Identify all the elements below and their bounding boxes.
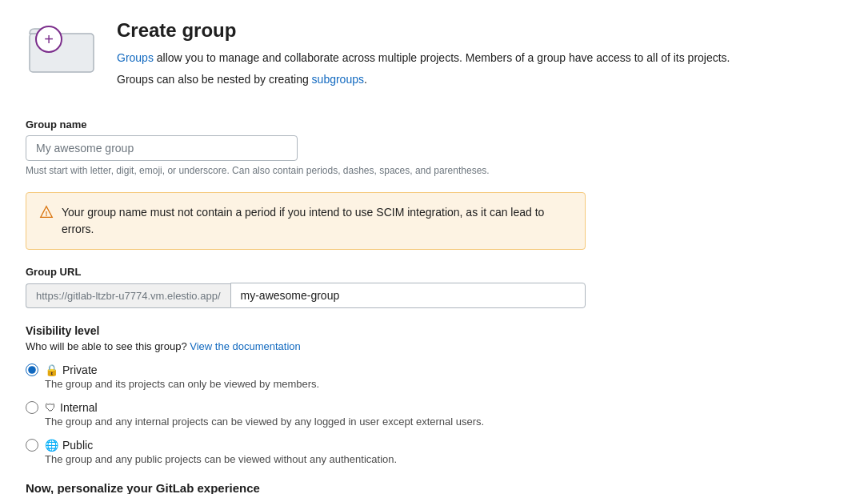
group-url-section: Group URL https://gitlab-ltzbr-u7774.vm.… [26, 266, 586, 308]
radio-label-internal-text: Internal [60, 401, 98, 414]
group-name-label: Group name [26, 118, 586, 131]
radio-option-private: 🔒 Private The group and its projects can… [26, 363, 586, 390]
visibility-subtitle: Who will be able to see this group? View… [26, 340, 586, 352]
radio-public[interactable] [26, 439, 38, 452]
radio-option-internal: 🛡 Internal The group and any internal pr… [26, 401, 586, 428]
url-prefix: https://gitlab-ltzbr-u7774.vm.elestio.ap… [26, 283, 230, 308]
radio-label-public: 🌐 Public [45, 439, 93, 452]
visibility-section: Visibility level Who will be able to see… [26, 324, 586, 465]
section-bottom-title: Now, personalize your GitLab experience [26, 481, 586, 494]
radio-private[interactable] [26, 363, 38, 376]
group-name-input[interactable] [26, 135, 298, 161]
radio-row-public: 🌐 Public [26, 439, 586, 452]
header-desc2-post: . [364, 73, 367, 86]
group-name-hint: Must start with letter, digit, emoji, or… [26, 165, 586, 176]
header-desc1-text: allow you to manage and collaborate acro… [154, 51, 730, 64]
page-title: Create group [117, 19, 730, 42]
radio-desc-public: The group and any public projects can be… [45, 453, 586, 465]
scim-warning: ! Your group name must not contain a per… [26, 192, 586, 250]
groups-link[interactable]: Groups [117, 51, 154, 64]
shield-icon: 🛡 [45, 401, 56, 414]
visibility-title: Visibility level [26, 324, 586, 337]
radio-label-public-text: Public [62, 439, 93, 452]
group-url-label: Group URL [26, 266, 586, 278]
group-name-section: Group name Must start with letter, digit… [26, 118, 586, 176]
radio-row-private: 🔒 Private [26, 363, 586, 376]
warning-text: Your group name must not contain a perio… [62, 204, 572, 238]
url-slug-input[interactable] [230, 283, 586, 308]
header-description-1: Groups allow you to manage and collabora… [117, 50, 730, 66]
plus-icon: + [35, 26, 62, 53]
visibility-subtitle-text: Who will be able to see this group? [26, 340, 187, 352]
create-group-icon: + [26, 19, 98, 83]
radio-internal[interactable] [26, 401, 38, 414]
radio-label-internal: 🛡 Internal [45, 401, 98, 414]
svg-text:!: ! [46, 210, 48, 218]
radio-desc-private: The group and its projects can only be v… [45, 378, 586, 390]
radio-desc-internal: The group and any internal projects can … [45, 416, 586, 428]
globe-icon: 🌐 [45, 439, 58, 452]
lock-icon: 🔒 [45, 363, 58, 376]
subgroups-link[interactable]: subgroups [312, 73, 364, 86]
folder-svg [26, 19, 98, 75]
radio-label-private: 🔒 Private [45, 363, 98, 376]
radio-option-public: 🌐 Public The group and any public projec… [26, 439, 586, 465]
header-desc2-pre: Groups can also be nested by creating [117, 73, 312, 86]
radio-row-internal: 🛡 Internal [26, 401, 586, 414]
warning-icon: ! [39, 205, 54, 219]
visibility-docs-link[interactable]: View the documentation [190, 340, 301, 352]
header-description-2: Groups can also be nested by creating su… [117, 71, 730, 88]
url-inputs-container: https://gitlab-ltzbr-u7774.vm.elestio.ap… [26, 283, 586, 308]
radio-label-private-text: Private [62, 363, 98, 376]
page-header: + Create group Groups allow you to manag… [26, 19, 842, 93]
header-text: Create group Groups allow you to manage … [117, 19, 730, 93]
